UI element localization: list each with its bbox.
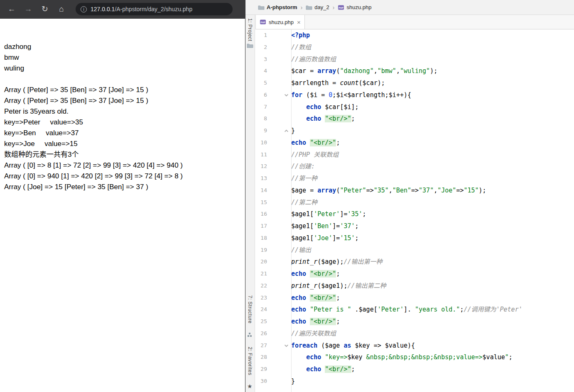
code-line-22: 22print_r($age1);//输出第二种	[255, 280, 574, 292]
fold-gutter	[267, 292, 291, 304]
site-info-icon[interactable]: i	[81, 6, 87, 12]
line-number[interactable]: 29	[255, 363, 267, 375]
fold-gutter	[267, 54, 291, 66]
fold-gutter	[267, 41, 291, 54]
line-number[interactable]: 25	[255, 316, 267, 328]
home-icon[interactable]: ⌂	[56, 4, 66, 14]
project-folder-icon[interactable]	[247, 42, 253, 49]
line-number[interactable]: 30	[255, 375, 267, 387]
tool-button-structure[interactable]: 7: Structure	[247, 295, 253, 324]
line-number[interactable]: 7	[255, 101, 267, 113]
fold-marker-icon[interactable]	[267, 340, 291, 352]
code-editor[interactable]: 1<?php2//数组3//遍历数值数组4$car = array("dazho…	[255, 29, 574, 392]
forward-icon[interactable]: →	[23, 4, 33, 14]
line-number[interactable]: 19	[255, 244, 267, 256]
tool-stripe: 1: Project 7: Structure 2: Favorites ★	[245, 15, 255, 392]
fold-marker-icon[interactable]	[267, 89, 291, 101]
line-number[interactable]: 16	[255, 208, 267, 220]
fold-gutter	[267, 304, 291, 316]
code-text: //输出	[291, 244, 311, 256]
fold-gutter	[267, 375, 291, 387]
fold-gutter	[267, 77, 291, 89]
tab-close-icon[interactable]: ×	[297, 19, 301, 25]
code-line-1: 1<?php	[255, 29, 574, 41]
line-number[interactable]: 1	[255, 29, 267, 41]
code-line-29: 29 echo "<br/>";	[255, 363, 574, 375]
code-text: //PHP 关联数组	[291, 149, 339, 161]
code-text: echo "<br/>";	[291, 268, 340, 280]
code-text: echo "<br/>";	[291, 316, 340, 328]
browser-output-line: wuling	[4, 63, 239, 74]
fold-gutter	[267, 208, 291, 220]
url-bar[interactable]: i 127.0.0.1/A-phpstorm/day_2/shuzu.php	[76, 3, 233, 15]
browser-output-line: key=>Peter value=>35	[4, 117, 239, 128]
fold-gutter	[267, 137, 291, 149]
fold-gutter	[267, 268, 291, 280]
breadcrumb-item-A-phpstorm[interactable]: A-phpstorm	[258, 4, 297, 11]
url-path: /A-phpstorm/day_2/shuzu.php	[115, 6, 192, 12]
browser-output-line	[4, 74, 239, 85]
line-number[interactable]: 13	[255, 173, 267, 185]
code-text: $arrlength = count($car);	[291, 77, 385, 89]
line-number[interactable]: 18	[255, 232, 267, 244]
fold-gutter	[267, 351, 291, 363]
fold-gutter	[267, 363, 291, 375]
tool-button-favorites[interactable]: 2: Favorites	[247, 347, 253, 375]
back-icon[interactable]: ←	[7, 4, 17, 14]
line-number[interactable]: 2	[255, 41, 267, 54]
line-number[interactable]: 3	[255, 54, 267, 66]
phpstorm-window: A-phpstorm›day_2›PHPshuzu.php 1: Project…	[245, 0, 574, 392]
breadcrumb-item-shuzu.php[interactable]: PHPshuzu.php	[338, 4, 371, 11]
breadcrumb-label: day_2	[314, 4, 329, 10]
line-number[interactable]: 20	[255, 256, 267, 268]
line-number[interactable]: 17	[255, 220, 267, 232]
reload-icon[interactable]: ↻	[40, 4, 50, 14]
favorites-star-icon[interactable]: ★	[247, 383, 253, 390]
line-number[interactable]: 15	[255, 197, 267, 209]
fold-gutter	[267, 244, 291, 256]
fold-gutter	[267, 328, 291, 340]
fold-gutter	[267, 316, 291, 328]
breadcrumb-label: A-phpstorm	[267, 4, 297, 10]
fold-marker-icon[interactable]	[267, 125, 291, 137]
code-text: echo "<br/>";	[291, 292, 340, 304]
line-number[interactable]: 4	[255, 65, 267, 77]
line-number[interactable]: 23	[255, 292, 267, 304]
line-number[interactable]: 28	[255, 351, 267, 363]
line-number[interactable]: 9	[255, 125, 267, 137]
structure-icon[interactable]	[247, 332, 253, 338]
code-text: //第二种	[291, 197, 317, 209]
line-number[interactable]: 26	[255, 328, 267, 340]
tool-button-project[interactable]: 1: Project	[247, 18, 253, 41]
browser-page: dazhongbmwwulingArray ( [Peter] => 35 [B…	[0, 19, 245, 392]
line-number[interactable]: 10	[255, 137, 267, 149]
line-number[interactable]: 11	[255, 149, 267, 161]
fold-gutter	[267, 101, 291, 113]
line-number[interactable]: 12	[255, 161, 267, 173]
code-text: <?php	[291, 29, 310, 41]
editor-tabs: PHP shuzu.php ×	[255, 15, 574, 29]
line-number[interactable]: 6	[255, 89, 267, 101]
line-number[interactable]: 14	[255, 185, 267, 197]
code-line-6: 6for ($i = 0;$i<$arrlength;$i++){	[255, 89, 574, 101]
code-line-15: 15//第二种	[255, 197, 574, 209]
browser-output-line: key=>Ben value=>37	[4, 128, 239, 139]
code-text: echo "<br/>";	[291, 363, 355, 375]
code-line-21: 21echo "<br/>";	[255, 268, 574, 280]
line-number[interactable]: 5	[255, 77, 267, 89]
code-text: print_r($age);//输出第一种	[291, 256, 383, 268]
line-number[interactable]: 8	[255, 113, 267, 125]
line-number[interactable]: 22	[255, 280, 267, 292]
tab-shuzu-php[interactable]: PHP shuzu.php ×	[255, 15, 305, 29]
browser-toolbar: ← → ↻ ⌂ i 127.0.0.1/A-phpstorm/day_2/shu…	[0, 0, 245, 19]
breadcrumb-item-day_2[interactable]: day_2	[306, 4, 329, 11]
code-line-19: 19//输出	[255, 244, 574, 256]
code-line-27: 27foreach ($age as $key => $value){	[255, 340, 574, 352]
line-number[interactable]: 27	[255, 340, 267, 352]
breadcrumb-label: shuzu.php	[346, 4, 371, 10]
fold-gutter	[267, 65, 291, 77]
line-number[interactable]: 24	[255, 304, 267, 316]
code-line-26: 26//遍历关联数组	[255, 328, 574, 340]
line-number[interactable]: 21	[255, 268, 267, 280]
code-line-10: 10echo "<br/>";	[255, 137, 574, 149]
